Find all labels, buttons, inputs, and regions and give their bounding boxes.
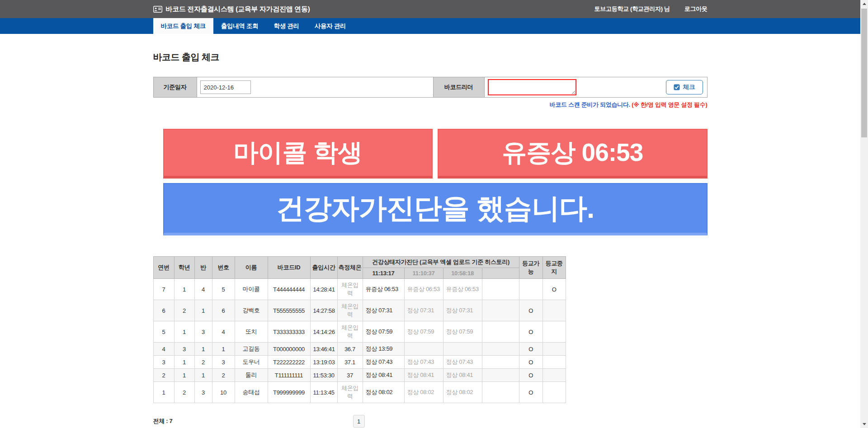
scroll-down-arrow[interactable] [860,420,868,428]
table-cell [482,279,519,300]
tab-barcode-entry-check[interactable]: 바코드 출입 체크 [153,18,213,34]
barcode-reader-input[interactable] [488,79,576,95]
table-cell: 14:28:41 [310,279,337,300]
scan-form: 기준일자 바코드리더 체크 [153,77,708,98]
scrollbar-thumb[interactable] [861,9,867,137]
table-row: 5134또치T33333333314:14:26체온입력정상 07:59정상 0… [153,321,566,343]
table-cell: 3 [194,321,212,343]
table-row: 2112둘리T11111111111:53:3037정상 08:41정상 08:… [153,369,566,382]
table-cell: T555555555 [268,300,310,321]
col-header-no: 연번 [153,257,174,279]
app-header: 바코드 전자출결시스템 (교육부 자가검진앱 연동) 토브고등학교 (학교관리자… [0,0,860,18]
reader-cell: 체크 [485,77,707,97]
tab-student-management[interactable]: 학생 관리 [266,18,307,34]
table-row: 7145마이콜T44444444414:28:41체온입력유증상 06:53유증… [153,279,566,300]
table-cell [542,382,566,403]
table-cell: 1 [194,369,212,382]
student-name-box: 마이콜 학생 [163,129,433,179]
col-header-attend-suspended: 등교중지 [542,257,566,279]
temp-input-link[interactable]: 체온입력 [337,321,363,343]
vertical-scrollbar[interactable] [860,0,868,428]
checkbox-checked-icon [674,84,680,90]
total-count: 전체 : 7 [153,418,173,424]
table-cell: O [519,382,542,403]
table-cell: 정상 07:59 [404,321,443,343]
table-cell: 2 [174,300,194,321]
col-header-entry-time: 출입시간 [310,257,337,279]
table-row: 3123도우너T22222222213:19:0337.1정상 07:43정상 … [153,356,566,369]
table-cell: 또치 [235,321,268,343]
table-cell: 2 [153,369,174,382]
temp-input-link[interactable]: 체온입력 [337,382,363,403]
table-cell: 14:27:58 [310,300,337,321]
table-cell: 유증상 06:53 [443,279,482,300]
table-cell: 정상 07:43 [363,356,404,369]
tab-entry-history[interactable]: 출입내역 조회 [213,18,266,34]
logout-link[interactable]: 로그아웃 [684,5,708,13]
table-cell: T000000000 [268,343,310,356]
table-cell: 11:13:45 [310,382,337,403]
table-cell: 36.7 [337,343,363,356]
table-cell [482,382,519,403]
table-cell [482,343,519,356]
table-cell: 1 [174,356,194,369]
tab-user-management[interactable]: 사용자 관리 [307,18,354,34]
table-cell: 6 [153,300,174,321]
id-card-icon [153,6,162,13]
table-cell: O [519,356,542,369]
table-cell: T999999999 [268,382,310,403]
table-body: 7145마이콜T44444444414:28:41체온입력유증상 06:53유증… [153,279,566,403]
table-row: 4311고길동T00000000013:46:4136.7정상 13:59O [153,343,566,356]
table-cell: 둘리 [235,369,268,382]
table-cell: 고길동 [235,343,268,356]
date-label: 기준일자 [154,77,197,97]
table-cell [542,369,566,382]
table-cell: T444444444 [268,279,310,300]
col-header-number: 번호 [212,257,235,279]
table-cell: 1 [212,343,235,356]
table-cell: 정상 07:31 [404,300,443,321]
table-cell: 2 [212,369,235,382]
table-cell: 5 [212,279,235,300]
attendance-table: 연번 학년 반 번호 이름 바코드ID 출입시간 측정체온 건강상태자가진단 (… [153,256,566,403]
temp-input-link[interactable]: 체온입력 [337,300,363,321]
table-cell: 1 [194,343,212,356]
table-cell: 강백호 [235,300,268,321]
table-cell: 6 [212,300,235,321]
col-header-temperature: 측정체온 [337,257,363,279]
table-cell: 송태섭 [235,382,268,403]
table-cell: 정상 07:43 [404,356,443,369]
table-cell: O [519,300,542,321]
table-cell: 4 [194,279,212,300]
user-label: 토브고등학교 (학교관리자) 님 [594,5,670,13]
col-header-attend-allowed: 등교가능 [519,257,542,279]
barcode-reader-label: 바코드리더 [433,77,485,97]
table-cell: 37 [337,369,363,382]
check-button[interactable]: 체크 [666,80,703,94]
col-header-name: 이름 [235,257,268,279]
table-cell: 정상 07:59 [443,321,482,343]
table-cell: 1 [174,279,194,300]
pagination-page-1[interactable]: 1 [353,415,365,428]
temp-input-link[interactable]: 체온입력 [337,279,363,300]
table-cell: 유증상 06:53 [404,279,443,300]
table-cell: 5 [153,321,174,343]
table-cell: 마이콜 [235,279,268,300]
table-cell: 11:53:30 [310,369,337,382]
table-cell: 1 [174,369,194,382]
table-cell: 3 [174,343,194,356]
date-input[interactable] [200,80,251,94]
scroll-up-arrow[interactable] [860,0,868,8]
table-cell [542,356,566,369]
table-cell: 1 [174,321,194,343]
table-cell: 1 [194,300,212,321]
table-cell: 14:14:26 [310,321,337,343]
table-cell: 정상 08:41 [404,369,443,382]
table-cell [482,300,519,321]
table-cell: 13:46:41 [310,343,337,356]
main-nav: 바코드 출입 체크 출입내역 조회 학생 관리 사용자 관리 [0,18,860,34]
table-cell: T222222222 [268,356,310,369]
table-cell: 2 [174,382,194,403]
date-cell [197,77,433,97]
page: 바코드 전자출결시스템 (교육부 자가검진앱 연동) 토브고등학교 (학교관리자… [0,0,860,428]
